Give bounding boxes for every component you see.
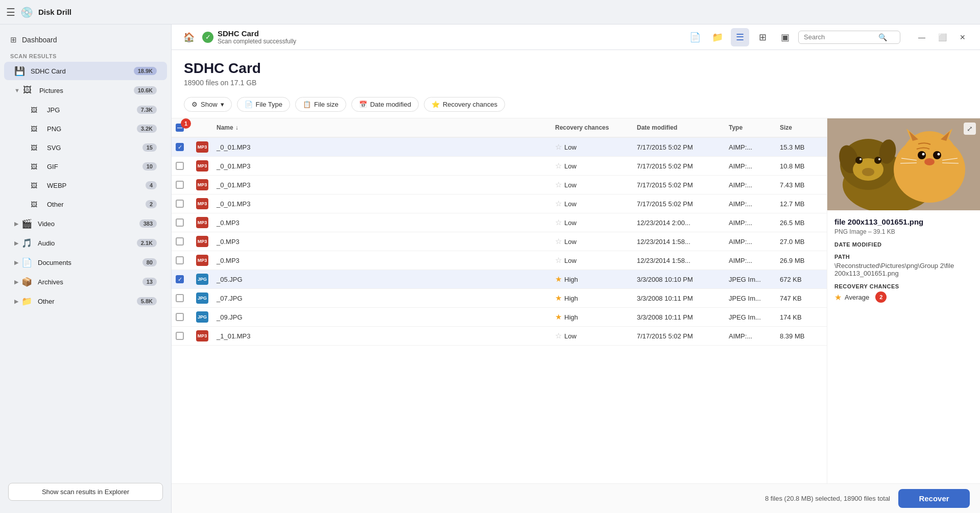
header-size[interactable]: Size xyxy=(776,121,827,134)
table-row[interactable]: MP3 _0_01.MP3 ☆ Low 7/17/2015 5:02 PM AI… xyxy=(172,194,827,213)
view-list-button[interactable]: ☰ xyxy=(731,28,749,46)
row-checkbox[interactable] xyxy=(176,181,184,189)
file-type-filter-button[interactable]: 📄 File Type xyxy=(237,97,291,112)
table-row[interactable]: MP3 _0.MP3 ☆ Low 12/23/2014 1:58... AIMP… xyxy=(172,251,827,270)
sidebar-item-other[interactable]: ▶ 📁 Other 5.8K xyxy=(4,292,167,310)
table-row[interactable]: MP3 _0.MP3 ☆ Low 12/23/2014 2:00... AIMP… xyxy=(172,213,827,232)
row-type-cell: AIMP:... xyxy=(725,253,776,268)
search-box: 🔍 xyxy=(798,31,900,44)
table-row[interactable]: MP3 _0_01.MP3 ☆ Low 7/17/2015 5:02 PM AI… xyxy=(172,176,827,194)
date-modified: 7/17/2015 5:02 PM xyxy=(637,181,693,189)
sidebar-item-sdhc[interactable]: 💾 SDHC Card 18.9K xyxy=(4,62,167,80)
sidebar-item-audio[interactable]: ▶ 🎵 Audio 2.1K xyxy=(4,234,167,252)
header-name[interactable]: Name ↓ xyxy=(212,121,551,134)
sidebar-item-pictures-other[interactable]: 🖼 Other 2 xyxy=(4,195,167,213)
sidebar-item-dashboard[interactable]: ⊞ Dashboard xyxy=(0,31,171,49)
row-checkbox[interactable] xyxy=(176,218,184,227)
row-icon-cell: JPG xyxy=(192,308,212,326)
status-text: 8 files (20.8 MB) selected, 18900 files … xyxy=(182,495,890,502)
nav-bar: 🏠 ✓ SDHC Card Scan completed successfull… xyxy=(172,25,980,50)
sort-icon: ↓ xyxy=(235,124,238,131)
recovery-chance: ☆ Low xyxy=(555,142,577,152)
date-modified-filter-button[interactable]: 📅 Date modified xyxy=(351,97,419,112)
header-date[interactable]: Date modified xyxy=(633,121,725,134)
view-split-button[interactable]: ▣ xyxy=(776,28,794,46)
scan-status: SDHC Card Scan completed successfully xyxy=(218,29,296,45)
sidebar-item-gif[interactable]: 🖼 GIF 10 xyxy=(4,157,167,176)
main-layout: ⊞ Dashboard Scan results 💾 SDHC Card 18.… xyxy=(0,25,980,513)
menu-icon[interactable]: ☰ xyxy=(6,6,15,18)
preview-recovery-chance: ★ Average 2 xyxy=(834,291,973,303)
sidebar-item-video[interactable]: ▶ 🎬 Video 383 xyxy=(4,214,167,233)
row-name-cell: _1_01.MP3 xyxy=(212,329,551,344)
table-row[interactable]: JPG _09.JPG ★ High 3/3/2008 10:11 PM JPE… xyxy=(172,308,827,327)
file-type-icon: MP3 xyxy=(196,141,208,153)
row-type-cell: AIMP:... xyxy=(725,197,776,211)
row-recovery-cell: ★ High xyxy=(551,290,633,306)
chance-text: Low xyxy=(564,332,577,340)
row-checkbox[interactable] xyxy=(176,294,184,302)
chance-text: Low xyxy=(564,162,577,170)
sidebar-item-archives[interactable]: ▶ 📦 Archives 13 xyxy=(4,273,167,291)
file-name: _07.JPG xyxy=(217,295,243,302)
maximize-button[interactable]: ⬜ xyxy=(933,28,951,46)
row-checkbox-cell xyxy=(172,234,192,249)
table-row[interactable]: MP3 _1_01.MP3 ☆ Low 7/17/2015 5:02 PM AI… xyxy=(172,327,827,346)
table-row[interactable]: MP3 _0_01.MP3 ☆ Low 7/17/2015 5:02 PM AI… xyxy=(172,157,827,176)
row-date-cell: 7/17/2015 5:02 PM xyxy=(633,329,725,344)
table-row[interactable]: MP3 _0_01.MP3 ☆ Low 7/17/2015 5:02 PM AI… xyxy=(172,138,827,157)
sidebar-item-png[interactable]: 🖼 PNG 3.2K xyxy=(4,119,167,138)
file-name: _0_01.MP3 xyxy=(217,181,251,189)
sidebar-item-documents[interactable]: ▶ 📄 Documents 80 xyxy=(4,253,167,272)
video-label: Video xyxy=(38,220,139,228)
row-checkbox[interactable] xyxy=(176,313,184,321)
home-button[interactable]: 🏠 xyxy=(180,28,198,46)
table-row[interactable]: MP3 _0.MP3 ☆ Low 12/23/2014 1:58... AIMP… xyxy=(172,232,827,251)
row-checkbox-cell xyxy=(172,158,192,174)
row-checkbox[interactable] xyxy=(176,256,184,264)
close-button[interactable]: ✕ xyxy=(953,28,972,46)
view-folder-button[interactable]: 📁 xyxy=(708,28,727,46)
row-checkbox[interactable] xyxy=(176,200,184,208)
sidebar-item-webp[interactable]: 🖼 WEBP 4 xyxy=(4,176,167,194)
search-icon: 🔍 xyxy=(878,33,887,41)
header-recovery[interactable]: Recovery chances xyxy=(551,121,633,134)
sidebar-item-pictures[interactable]: ▼ 🖼 Pictures 10.6K xyxy=(4,81,167,100)
preview-expand-button[interactable]: ⤢ xyxy=(964,123,976,135)
archives-label: Archives xyxy=(38,278,142,286)
show-filter-button[interactable]: ⚙ Show ▾ xyxy=(184,97,232,112)
row-name-cell: _0_01.MP3 xyxy=(212,159,551,174)
row-checkbox[interactable] xyxy=(176,332,184,340)
table-row[interactable]: JPG _07.JPG ★ High 3/3/2008 10:11 PM JPE… xyxy=(172,289,827,308)
file-type-icon: MP3 xyxy=(196,236,208,247)
star-icon: ☆ xyxy=(555,199,562,208)
view-grid-button[interactable]: ⊞ xyxy=(753,28,772,46)
svg-point-22 xyxy=(924,158,935,165)
chance-text: Low xyxy=(564,219,577,227)
recover-button[interactable]: Recover xyxy=(898,489,970,508)
file-size-icon: 📋 xyxy=(303,101,311,108)
sidebar-item-jpg[interactable]: 🖼 JPG 7.3K xyxy=(4,101,167,119)
row-date-cell: 12/23/2014 1:58... xyxy=(633,234,725,249)
file-type: JPEG Im... xyxy=(729,313,761,321)
row-checkbox[interactable] xyxy=(176,275,184,283)
header-type[interactable]: Type xyxy=(725,121,776,134)
recovery-chances-filter-button[interactable]: ⭐ Recovery chances xyxy=(424,97,505,112)
recovery-chance: ☆ Low xyxy=(555,331,577,340)
row-checkbox-cell xyxy=(172,139,192,155)
preview-info: file 200x113_001651.png PNG Image – 39.1… xyxy=(827,210,980,316)
search-input[interactable] xyxy=(804,33,875,41)
table-row[interactable]: JPG _05.JPG ★ High 3/3/2008 10:10 PM JPE… xyxy=(172,270,827,289)
file-size-filter-button[interactable]: 📋 File size xyxy=(295,97,346,112)
date-modified-label: Date modified xyxy=(370,101,411,108)
row-checkbox[interactable] xyxy=(176,237,184,246)
show-explorer-button[interactable]: Show scan results in Explorer xyxy=(8,483,163,501)
date-modified: 7/17/2015 5:02 PM xyxy=(637,200,693,208)
sidebar-item-svg[interactable]: 🖼 SVG 15 xyxy=(4,138,167,157)
preview-path-value: \Reconstructed\Pictures\png\Group 2\file… xyxy=(834,262,973,277)
row-checkbox[interactable] xyxy=(176,143,184,151)
row-checkbox[interactable] xyxy=(176,162,184,170)
minimize-button[interactable]: — xyxy=(913,28,931,46)
sdhc-count: 18.9K xyxy=(134,67,157,75)
view-file-button[interactable]: 📄 xyxy=(686,28,704,46)
